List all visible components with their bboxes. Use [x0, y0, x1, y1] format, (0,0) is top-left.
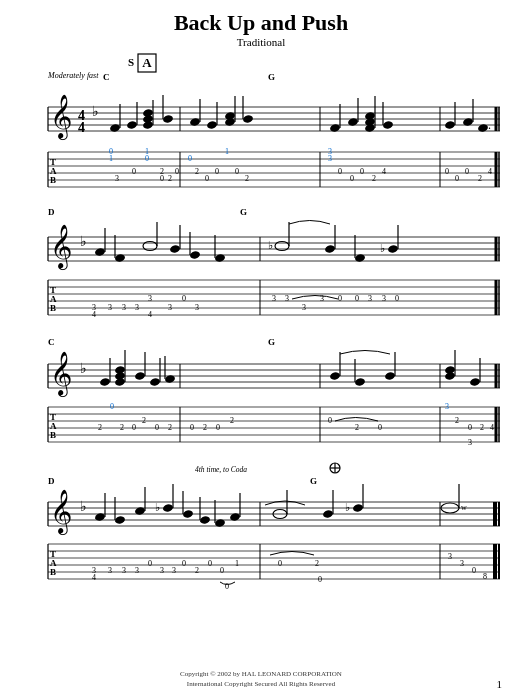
- svg-text:1: 1: [109, 154, 113, 163]
- svg-text:3: 3: [195, 303, 199, 312]
- svg-text:3: 3: [302, 303, 306, 312]
- svg-text:4: 4: [488, 167, 492, 176]
- svg-point-186: [114, 378, 125, 387]
- svg-text:G: G: [310, 476, 317, 486]
- svg-text:0: 0: [160, 174, 164, 183]
- svg-point-190: [149, 378, 160, 387]
- svg-text:0: 0: [338, 167, 342, 176]
- svg-text:2: 2: [168, 423, 172, 432]
- svg-text:0: 0: [225, 582, 229, 591]
- svg-text:𝄞: 𝄞: [50, 94, 72, 141]
- svg-point-203: [469, 378, 480, 387]
- svg-text:3: 3: [460, 559, 464, 568]
- svg-text:2: 2: [120, 423, 124, 432]
- svg-point-121: [189, 251, 200, 260]
- svg-point-280: [352, 504, 363, 513]
- svg-text:3: 3: [320, 294, 324, 303]
- svg-text:S: S: [128, 56, 134, 68]
- svg-text:0: 0: [205, 174, 209, 183]
- svg-text:♭: ♭: [155, 501, 160, 513]
- svg-text:2: 2: [203, 423, 207, 432]
- footer-copyright-line2: International Copyright Secured All Righ…: [0, 680, 522, 690]
- svg-text:0: 0: [278, 559, 282, 568]
- svg-text:3: 3: [135, 566, 139, 575]
- svg-text:0: 0: [132, 167, 136, 176]
- svg-point-33: [206, 121, 217, 130]
- svg-text:1: 1: [225, 147, 229, 156]
- svg-point-133: [387, 245, 398, 254]
- svg-text:3: 3: [468, 438, 472, 447]
- svg-text:2: 2: [195, 167, 199, 176]
- svg-text:0: 0: [110, 402, 114, 411]
- svg-text:♭: ♭: [80, 499, 87, 514]
- svg-text:𝄞: 𝄞: [50, 224, 72, 271]
- svg-text:0: 0: [216, 423, 220, 432]
- svg-text:2: 2: [98, 423, 102, 432]
- svg-point-29: [162, 115, 173, 124]
- svg-text:A: A: [142, 55, 152, 70]
- svg-point-196: [354, 378, 365, 387]
- svg-text:2: 2: [355, 423, 359, 432]
- svg-text:𝄞: 𝄞: [50, 489, 72, 536]
- svg-text:0: 0: [378, 423, 382, 432]
- svg-text:0: 0: [235, 167, 239, 176]
- svg-text:8: 8: [483, 572, 487, 581]
- svg-text:3: 3: [368, 294, 372, 303]
- svg-text:w: w: [461, 503, 467, 512]
- svg-text:2: 2: [478, 174, 482, 183]
- svg-point-269: [199, 516, 210, 525]
- svg-text:♭: ♭: [80, 234, 87, 249]
- svg-text:4th time, to Coda: 4th time, to Coda: [195, 465, 247, 474]
- svg-text:.: .: [488, 118, 491, 132]
- svg-text:0: 0: [175, 167, 179, 176]
- footer: Copyright © 2002 by HAL LEONARD CORPORAT…: [0, 670, 522, 690]
- svg-text:G: G: [268, 337, 275, 347]
- svg-text:♭: ♭: [92, 104, 99, 119]
- svg-text:3: 3: [168, 303, 172, 312]
- svg-text:3: 3: [328, 147, 332, 156]
- svg-text:4: 4: [148, 310, 152, 319]
- svg-point-265: [162, 504, 173, 513]
- svg-text:D: D: [48, 476, 55, 486]
- svg-text:♭: ♭: [80, 361, 87, 376]
- svg-text:G: G: [240, 207, 247, 217]
- svg-text:C: C: [103, 72, 110, 82]
- svg-text:3: 3: [448, 552, 452, 561]
- svg-text:♭: ♭: [345, 501, 350, 513]
- svg-text:2: 2: [372, 174, 376, 183]
- svg-text:2: 2: [455, 416, 459, 425]
- svg-text:0: 0: [465, 167, 469, 176]
- svg-text:D: D: [48, 207, 55, 217]
- svg-text:0: 0: [155, 423, 159, 432]
- svg-text:♭: ♭: [380, 242, 385, 254]
- svg-text:0: 0: [468, 423, 472, 432]
- svg-text:3: 3: [122, 566, 126, 575]
- svg-text:0: 0: [328, 416, 332, 425]
- svg-text:2: 2: [142, 416, 146, 425]
- song-subtitle: Traditional: [20, 36, 502, 48]
- page-number: 1: [497, 678, 503, 690]
- svg-point-260: [114, 516, 125, 525]
- svg-point-201: [444, 372, 455, 381]
- svg-text:4: 4: [78, 120, 85, 135]
- svg-text:0: 0: [395, 294, 399, 303]
- svg-point-182: [99, 378, 110, 387]
- svg-text:3: 3: [160, 566, 164, 575]
- svg-point-23: [126, 121, 137, 130]
- svg-text:0: 0: [220, 566, 224, 575]
- svg-text:2: 2: [480, 423, 484, 432]
- svg-point-188: [134, 372, 145, 381]
- svg-text:2: 2: [315, 559, 319, 568]
- svg-text:2: 2: [230, 416, 234, 425]
- svg-point-119: [169, 245, 180, 254]
- svg-point-128: [324, 245, 335, 254]
- svg-text:0: 0: [355, 294, 359, 303]
- svg-text:3: 3: [135, 303, 139, 312]
- svg-text:3: 3: [382, 294, 386, 303]
- svg-text:1: 1: [235, 559, 239, 568]
- svg-text:0: 0: [445, 167, 449, 176]
- svg-text:3: 3: [445, 402, 449, 411]
- svg-text:3: 3: [122, 303, 126, 312]
- svg-text:4: 4: [92, 310, 96, 319]
- svg-text:0: 0: [455, 174, 459, 183]
